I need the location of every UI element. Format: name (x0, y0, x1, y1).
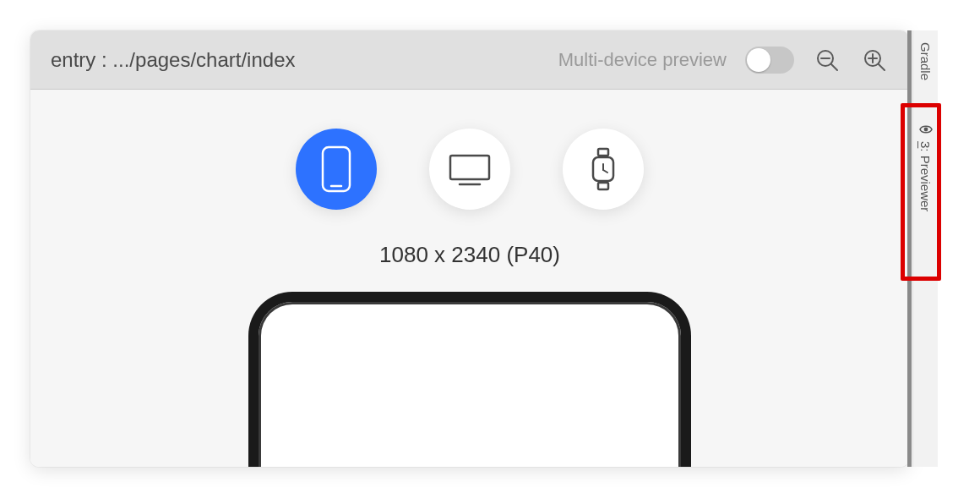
zoom-in-button[interactable] (860, 46, 889, 74)
sidebar-tab-gradle[interactable]: Gradle (918, 34, 933, 89)
svg-line-1 (831, 64, 837, 70)
previewer-tab-label: 3: Previewer (918, 141, 933, 211)
sidebar-tab-previewer[interactable]: 3: Previewer (918, 114, 933, 220)
svg-point-16 (923, 128, 928, 132)
breadcrumb: entry : .../pages/chart/index (51, 48, 540, 72)
svg-rect-9 (450, 156, 489, 179)
svg-line-4 (879, 64, 885, 70)
multi-device-toggle[interactable] (745, 47, 794, 74)
device-tv-button[interactable] (429, 129, 510, 210)
toggle-knob (747, 48, 770, 72)
resolution-label: 1080 x 2340 (P40) (30, 242, 909, 268)
zoom-out-button[interactable] (813, 46, 841, 74)
zoom-in-icon (863, 48, 886, 72)
svg-line-15 (603, 170, 607, 173)
preview-area: 1080 x 2340 (P40) (30, 90, 909, 467)
phone-icon (319, 145, 353, 193)
zoom-out-icon (815, 48, 839, 72)
previewer-toolbar: entry : .../pages/chart/index Multi-devi… (30, 30, 909, 90)
svg-rect-13 (598, 183, 608, 189)
device-picker (30, 129, 909, 210)
tv-icon (446, 151, 493, 188)
device-frame (248, 292, 691, 467)
watch-icon (586, 145, 620, 193)
svg-rect-12 (598, 149, 608, 156)
device-phone-button[interactable] (296, 129, 377, 210)
device-watch-button[interactable] (563, 129, 644, 210)
previewer-panel: entry : .../pages/chart/index Multi-devi… (30, 30, 909, 467)
ide-side-rail: Gradle 3: Previewer (912, 30, 938, 467)
svg-rect-7 (323, 147, 350, 191)
gradle-tab-label: Gradle (918, 42, 933, 80)
eye-icon (919, 123, 933, 136)
multi-device-label: Multi-device preview (558, 49, 727, 71)
